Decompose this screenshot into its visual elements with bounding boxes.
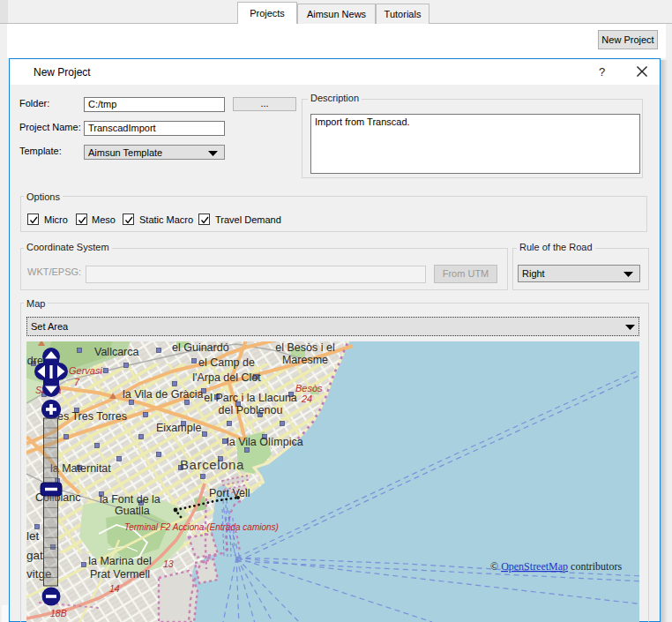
svg-text:18B: 18B <box>50 608 67 618</box>
svg-text:7: 7 <box>74 377 80 387</box>
svg-text:Terminal F2 Acciona (Entrada c: Terminal F2 Acciona (Entrada camions) <box>124 522 279 532</box>
svg-text:Eixample: Eixample <box>156 422 201 434</box>
svg-text:Besòs: Besòs <box>295 383 323 393</box>
svg-text:la Vila de Gràcia: la Vila de Gràcia <box>123 388 204 401</box>
svg-text:Guatlla: Guatlla <box>115 505 150 517</box>
svg-text:la Vila Olímpica: la Vila Olímpica <box>227 436 303 448</box>
svg-text:el Guinardó: el Guinardó <box>172 341 229 354</box>
svg-text:Barcelona: Barcelona <box>180 457 244 472</box>
svg-text:Port Vell: Port Vell <box>209 487 250 499</box>
svg-text:Vallcarca: Vallcarca <box>94 346 139 358</box>
svg-text:Gervasi: Gervasi <box>69 365 102 376</box>
svg-text:Maresme: Maresme <box>282 354 328 366</box>
svg-text:el Besòs i el: el Besòs i el <box>275 341 334 354</box>
svg-text:let: let <box>26 529 40 543</box>
svg-text:el Camp de: el Camp de <box>198 356 255 369</box>
svg-text:© OpenStreetMap contributors: © OpenStreetMap contributors <box>490 560 622 573</box>
svg-text:la Font de la: la Font de la <box>100 493 161 506</box>
svg-text:13: 13 <box>163 558 174 569</box>
svg-text:14: 14 <box>109 583 120 594</box>
svg-text:Prat Vermell: Prat Vermell <box>90 568 150 581</box>
svg-text:del Poblenou: del Poblenou <box>219 404 283 416</box>
svg-text:24: 24 <box>301 393 312 404</box>
svg-text:es Tres Torres: es Tres Torres <box>57 410 127 423</box>
svg-text:la Marina del: la Marina del <box>88 555 152 567</box>
svg-text:gat: gat <box>26 549 43 562</box>
svg-text:l'Arpa del Clot: l'Arpa del Clot <box>192 371 261 384</box>
svg-text:la Maternitat: la Maternitat <box>50 462 111 475</box>
svg-text:el Parc i la Llacuna: el Parc i la Llacuna <box>204 392 297 404</box>
